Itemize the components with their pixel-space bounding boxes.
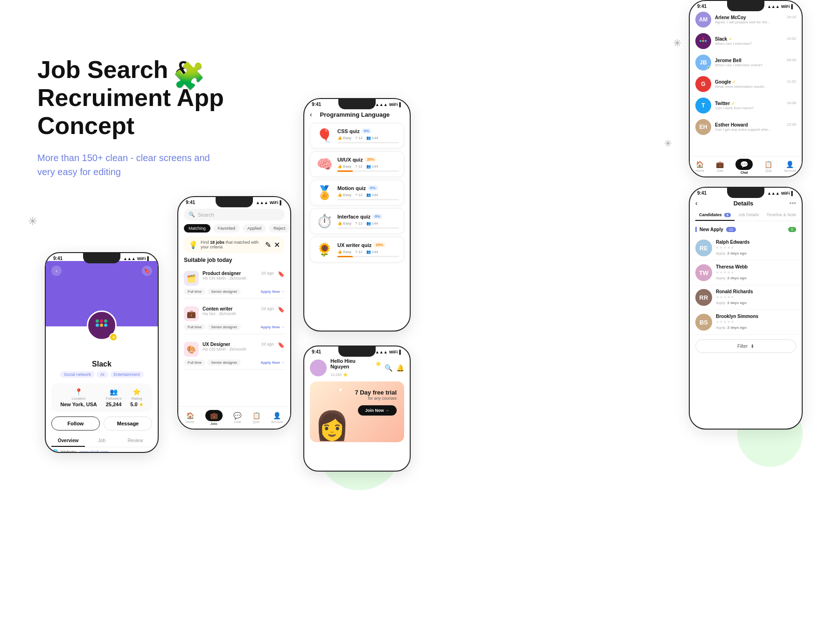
- bookmark-icon-2[interactable]: 🔖: [278, 306, 285, 313]
- nav-home[interactable]: 🏠 Home: [186, 412, 195, 423]
- phone-notch: [83, 253, 120, 263]
- tab-job[interactable]: Job: [85, 435, 119, 447]
- msg-item-arlene[interactable]: AM Arlene McCoy 10:10 Agree. I will prep…: [690, 9, 802, 30]
- quiz-card-css[interactable]: 🎈 CSS quiz 0% 👍 Easy ? 12 👥 144: [310, 123, 404, 148]
- more-icon-details[interactable]: •••: [789, 199, 796, 207]
- msg-item-esther[interactable]: EH Esther Howard 12:30 Can I get any ext…: [690, 116, 802, 138]
- job-title-1: Product designer: [203, 271, 257, 276]
- cand-avatar-ralph: RE: [695, 240, 712, 256]
- bookmark-icon-3[interactable]: 🔖: [278, 342, 285, 348]
- tab-reject[interactable]: Reject: [269, 224, 290, 233]
- back-icon-prog[interactable]: ‹: [310, 111, 312, 118]
- hello-coin-icon: 🌟: [376, 361, 381, 366]
- quiz-card-uiux[interactable]: 🧠 UI/UX quiz 25% 👍 Easy ? 12 👥 144: [310, 151, 404, 177]
- wifi-icon-jobs: WiFi: [270, 200, 279, 205]
- quiz-p-uxwriter: 👥 144: [366, 250, 378, 254]
- job-age-2: 2d ago: [261, 306, 274, 311]
- msg-item-slack[interactable]: Slack ✓ 10:02 When can I interview?: [690, 30, 802, 52]
- back-button-slack[interactable]: ‹: [51, 266, 62, 276]
- status-icons-msg: ▲▲▲ WiFi ▌: [767, 4, 794, 9]
- battery-msg: ▌: [791, 4, 794, 9]
- msg-item-jerome[interactable]: JB Jerome Bell 09:30 When can I intervie…: [690, 52, 802, 73]
- quiz-card-uxwriter[interactable]: 🌻 UX writer quiz 25% 👍 Easy ? 12 👥 144: [310, 237, 404, 262]
- phone-messages: 9:41 ▲▲▲ WiFi ▌ AM Arlene McCoy 10:10 Ag…: [689, 0, 803, 177]
- msg-time-esther: 12:30: [787, 122, 796, 127]
- nav-chat[interactable]: 💬 Chat: [233, 412, 241, 423]
- trial-sub: for any courses: [317, 396, 397, 401]
- nav-quiz[interactable]: 📋 Quiz: [252, 412, 260, 423]
- apply-count-badge: 12: [726, 227, 736, 232]
- nav-home-msg[interactable]: 🏠 Home: [696, 161, 705, 172]
- bookmark-button-slack[interactable]: 🔖: [142, 266, 152, 276]
- website-val: www.slack.com: [80, 450, 109, 453]
- bell-icon-hello[interactable]: 🔔: [396, 364, 404, 372]
- filter-button[interactable]: Filter ⬇: [695, 339, 796, 353]
- nav-account[interactable]: 👤 Account: [271, 412, 283, 423]
- apply-btn-1[interactable]: Apply Now →: [260, 289, 285, 294]
- cand-name-brooklyn: Brooklyn Simmons: [716, 314, 796, 319]
- apply-btn-2[interactable]: Apply Now →: [260, 325, 285, 329]
- close-icon-banner[interactable]: ✕: [274, 240, 280, 249]
- wifi-prog: WiFi: [389, 102, 398, 107]
- svg-rect-9: [705, 40, 707, 42]
- cand-info-theresa: Theresa Webb ★ ★ ★ ★ ★ Apply: 2 days ago: [716, 264, 796, 280]
- message-button[interactable]: Message: [104, 416, 152, 430]
- quiz-stats-uiux: 👍 Easy ? 12 👥 144: [337, 164, 399, 169]
- star-t5: ★: [731, 270, 734, 275]
- tab-matching[interactable]: Matching: [184, 224, 210, 233]
- svg-rect-8: [702, 40, 704, 42]
- phone-hello: 9:41 ▲▲▲ WiFi ▌ Hello Hieu Nguyen 🌟 10,2…: [303, 346, 411, 472]
- follow-button[interactable]: Follow: [51, 416, 100, 430]
- nav-jobs-msg-label: Jobs: [716, 169, 723, 172]
- msg-content-jerome: Jerome Bell 09:30 When can I interview o…: [715, 58, 796, 67]
- msg-content-esther: Esther Howard 12:30 Can I get any extra …: [715, 122, 796, 132]
- tab-job-details[interactable]: Job Details: [735, 210, 763, 221]
- quiz-card-motion[interactable]: 🏅 Motion quiz 0% 👍 Easy ? 12 👥 144: [310, 180, 404, 205]
- tab-applied[interactable]: Applied: [243, 224, 266, 233]
- quiz-name-uiux: UI/UX quiz: [337, 157, 363, 162]
- tab-candidates[interactable]: Candidates 6: [695, 210, 735, 221]
- job-card-2: 💼 Conten writer Ha Noi · 2k/month 2d ago…: [184, 303, 285, 334]
- quiz-p-uiux: 👥 144: [366, 164, 378, 169]
- msg-preview-slack-msg: When can I interview?: [715, 42, 796, 46]
- quiz-q-uxwriter: ? 12: [355, 250, 363, 254]
- new-apply-row: New Apply 12 S: [690, 225, 802, 236]
- star-r4: ★: [727, 295, 730, 299]
- back-icon-details[interactable]: ‹: [695, 199, 698, 207]
- job-tag-fulltime-1: Full time: [184, 289, 205, 295]
- tab-overview[interactable]: Overview: [51, 435, 85, 447]
- quiz-emoji-uxwriter: 🌻: [315, 242, 334, 257]
- bookmark-icon-1[interactable]: 🔖: [278, 271, 285, 277]
- nav-chat-msg-label: Chat: [741, 171, 748, 174]
- tab-review[interactable]: Review: [119, 435, 152, 447]
- quiz-card-interface[interactable]: ⏱️ Interface quiz 0% 👍 Easy ? 12 👥 144: [310, 208, 404, 234]
- cand-name-ronald: Ronald Richards: [716, 289, 796, 294]
- search-bar[interactable]: 🔍 Search: [184, 209, 285, 220]
- search-icon-hello[interactable]: 🔍: [385, 364, 392, 372]
- join-now-button[interactable]: Join Now →: [358, 405, 397, 416]
- cand-info-ralph: Ralph Edwards ★ ★ ★ ★ ★ Apply: 2 days ag…: [716, 240, 796, 255]
- apply-btn-3[interactable]: Apply Now →: [260, 360, 285, 365]
- sparkle-decoration-3: ✳: [664, 138, 672, 149]
- nav-jobs[interactable]: 💼 Jobs: [205, 410, 223, 425]
- search-placeholder: Search: [198, 212, 214, 218]
- nav-account-msg[interactable]: 👤 Account: [784, 161, 796, 172]
- quiz-name-css: CSS quiz: [337, 128, 360, 134]
- job-tag-senior-1: Senior designer: [207, 289, 241, 295]
- tab-timeline[interactable]: Timeline & Note: [763, 210, 800, 221]
- quiz-q-css: ? 12: [355, 136, 363, 140]
- quiz-badge-interface: 0%: [372, 214, 383, 219]
- stats-row: 📍 Location New York, USA 👥 Followers 25,…: [51, 383, 152, 412]
- time-hello: 9:41: [312, 349, 321, 354]
- filter-tabs-row: Matching Favorited Applied Reject: [178, 224, 290, 233]
- msg-item-google[interactable]: G Google ✓ 11:02 What more information w…: [690, 73, 802, 95]
- quiz-diff-uxwriter: 👍 Easy: [337, 250, 351, 254]
- nav-jobs-msg[interactable]: 💼 Jobs: [716, 161, 724, 172]
- star-r5: ★: [731, 295, 734, 299]
- msg-item-twitter[interactable]: T Twitter ✓ 16:08 Can I work from home?: [690, 95, 802, 116]
- tab-favorited[interactable]: Favorited: [213, 224, 240, 233]
- nav-chat-msg[interactable]: 💬 Chat: [735, 159, 753, 174]
- apply-days-ronald: 2 days ago: [727, 301, 746, 305]
- match-banner: 💡 Find 18 jobs that matched with your cr…: [184, 236, 285, 253]
- nav-quiz-msg[interactable]: 📋 Quiz: [764, 161, 772, 172]
